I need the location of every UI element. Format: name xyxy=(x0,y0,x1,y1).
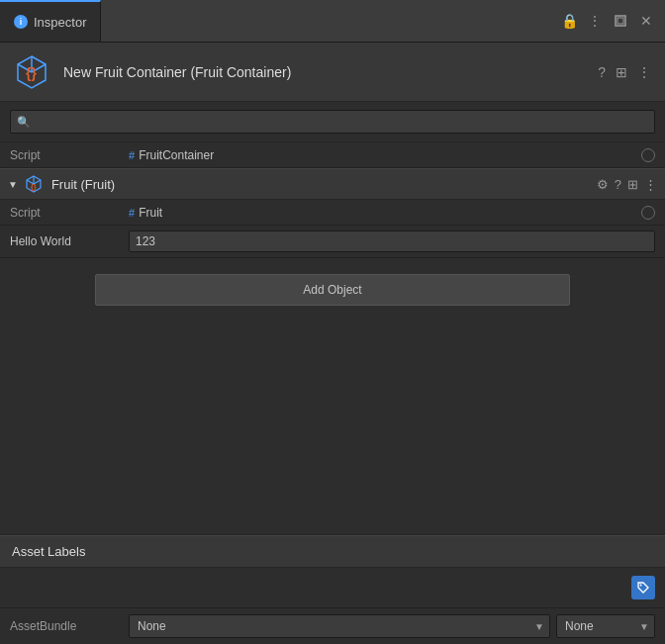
script-label: Script xyxy=(10,148,129,162)
tab-title: Inspector xyxy=(34,15,86,30)
component-preset-icon[interactable]: ⊞ xyxy=(627,177,638,192)
asset-labels-tag-row xyxy=(0,568,665,608)
component-settings-icon[interactable]: ⚙ xyxy=(597,177,609,192)
tab-controls: 🔒 ⋮ ✕ xyxy=(558,0,665,42)
info-icon: i xyxy=(14,15,28,29)
script-value: # FruitContainer xyxy=(129,148,655,162)
asset-bundle-select-wrapper: None ▼ xyxy=(129,614,550,638)
svg-text:{}: {} xyxy=(31,183,37,191)
search-bar: 🔍 xyxy=(0,102,665,142)
tab-bar: i Inspector 🔒 ⋮ ✕ xyxy=(0,0,665,43)
tag-icon xyxy=(636,581,650,595)
maximize-icon[interactable] xyxy=(610,10,631,32)
fruit-container-icon: {} xyxy=(12,52,51,92)
fruit-script-picker[interactable] xyxy=(641,206,655,220)
fruit-component-icon: {} xyxy=(24,174,44,194)
header-title: New Fruit Container (Fruit Container) xyxy=(63,64,596,80)
hello-world-row: Hello World xyxy=(0,226,665,258)
inspector-tab[interactable]: i Inspector xyxy=(0,0,101,42)
fruit-script-value: # Fruit xyxy=(129,206,655,220)
more-options-button[interactable]: ⋮ xyxy=(635,62,653,82)
hello-world-input[interactable] xyxy=(129,230,655,252)
svg-text:{}: {} xyxy=(26,65,37,81)
collapse-arrow[interactable]: ▼ xyxy=(8,179,18,190)
script-name: FruitContainer xyxy=(139,148,214,162)
main-content: 🔍 Script # FruitContainer ▼ {} xyxy=(0,102,665,534)
tag-icon-button[interactable] xyxy=(631,576,655,599)
asset-bundle-select[interactable]: None xyxy=(129,614,550,638)
fruit-container-script-row: Script # FruitContainer xyxy=(0,142,665,168)
spacer xyxy=(0,322,665,534)
preset-button[interactable]: ⊞ xyxy=(614,62,629,82)
asset-labels-title: Asset Labels xyxy=(0,535,665,568)
hello-world-label: Hello World xyxy=(10,234,129,248)
search-wrapper: 🔍 xyxy=(10,110,655,134)
script-picker-button[interactable] xyxy=(641,148,655,162)
search-icon: 🔍 xyxy=(17,116,31,129)
fruit-component-header: ▼ {} Fruit (Fruit) ⚙ ? ⊞ ⋮ xyxy=(0,168,665,200)
component-header-section: {} New Fruit Container (Fruit Container)… xyxy=(0,43,665,102)
component-title: Fruit (Fruit) xyxy=(51,177,597,192)
hello-world-value-wrapper xyxy=(129,230,655,252)
component-help-icon[interactable]: ? xyxy=(615,177,621,192)
asset-variant-select[interactable]: None xyxy=(556,614,655,638)
fruit-script-hash: # xyxy=(129,207,135,219)
asset-labels-section: Asset Labels AssetBundle None ▼ xyxy=(0,534,665,644)
fruit-script-name: Fruit xyxy=(139,206,162,220)
add-object-section: Add Object xyxy=(0,258,665,322)
help-button[interactable]: ? xyxy=(596,62,608,82)
search-input[interactable] xyxy=(10,110,655,134)
script-hash-icon: # xyxy=(129,149,135,161)
svg-point-12 xyxy=(640,585,642,587)
asset-bundle-selects: None ▼ None ▼ xyxy=(129,614,655,638)
svg-rect-1 xyxy=(618,18,623,24)
close-icon[interactable]: ✕ xyxy=(635,10,657,32)
asset-bundle-row: AssetBundle None ▼ None ▼ xyxy=(0,608,665,644)
header-controls: ? ⊞ ⋮ xyxy=(596,62,653,82)
lock-icon[interactable]: 🔒 xyxy=(558,10,580,32)
asset-variant-select-wrapper: None ▼ xyxy=(556,614,655,638)
component-more-icon[interactable]: ⋮ xyxy=(644,177,657,192)
more-icon[interactable]: ⋮ xyxy=(584,10,606,32)
asset-bundle-label: AssetBundle xyxy=(10,619,129,633)
add-object-button[interactable]: Add Object xyxy=(95,274,570,306)
fruit-script-row: Script # Fruit xyxy=(0,200,665,226)
fruit-script-label: Script xyxy=(10,206,129,220)
component-controls: ⚙ ? ⊞ ⋮ xyxy=(597,177,657,192)
